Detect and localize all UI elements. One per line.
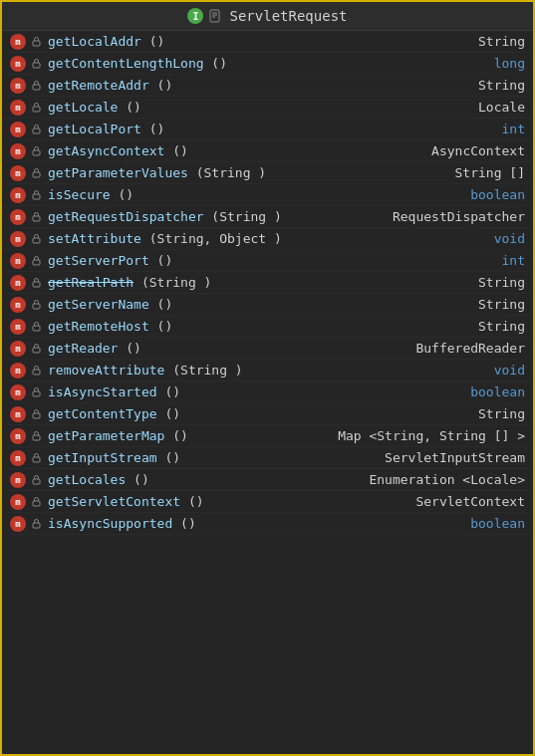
svg-rect-12 xyxy=(33,216,40,221)
list-item[interactable]: m getLocalAddr ()String xyxy=(2,31,533,53)
return-type: String xyxy=(478,319,525,334)
method-name: getInputStream () xyxy=(48,450,385,465)
method-icon: m xyxy=(10,450,26,466)
return-type: ServletContext xyxy=(415,494,525,509)
lock-icon xyxy=(30,386,42,398)
method-name: getLocales () xyxy=(48,472,369,487)
return-type: String xyxy=(478,275,525,290)
method-name: setAttribute (String, Object ) xyxy=(48,231,494,246)
return-type: Enumeration <Locale> xyxy=(369,472,525,487)
method-icon: m xyxy=(10,406,26,422)
method-name: getAsyncContext () xyxy=(48,143,431,158)
method-name: isSecure () xyxy=(48,187,470,202)
method-icon: m xyxy=(10,297,26,313)
lock-icon xyxy=(30,124,42,135)
return-type: String xyxy=(478,297,525,312)
method-name: getLocale () xyxy=(48,100,478,115)
return-type: int xyxy=(502,122,525,136)
svg-rect-14 xyxy=(33,260,40,265)
header: I ServletRequest xyxy=(2,2,533,31)
method-name: isAsyncStarted () xyxy=(48,384,470,399)
lock-icon xyxy=(30,145,42,157)
method-name: getRemoteHost () xyxy=(48,319,478,334)
return-type: Map <String, String [] > xyxy=(338,428,525,443)
list-item[interactable]: m getLocales ()Enumeration <Locale> xyxy=(2,469,533,491)
return-type: String [] xyxy=(455,165,525,180)
list-item[interactable]: m isSecure ()boolean xyxy=(2,184,533,206)
lock-icon xyxy=(30,36,42,48)
return-type: boolean xyxy=(470,516,525,531)
svg-rect-21 xyxy=(33,413,40,418)
svg-rect-18 xyxy=(33,348,40,353)
svg-rect-0 xyxy=(210,10,219,22)
list-item[interactable]: m getContentLengthLong ()long xyxy=(2,53,533,75)
lock-icon xyxy=(30,58,42,70)
list-item[interactable]: m getServerName ()String xyxy=(2,294,533,316)
list-item[interactable]: m getRemoteHost ()String xyxy=(2,316,533,338)
list-item[interactable]: m getRealPath (String )String xyxy=(2,272,533,294)
return-type: void xyxy=(494,363,525,378)
lock-icon xyxy=(30,343,42,355)
method-name: getParameterValues (String ) xyxy=(48,165,455,180)
lock-icon xyxy=(30,430,42,442)
lock-icon xyxy=(30,277,42,289)
lock-icon xyxy=(30,408,42,420)
method-name: getRealPath (String ) xyxy=(48,275,478,290)
list-item[interactable]: m getInputStream ()ServletInputStream xyxy=(2,447,533,469)
svg-rect-16 xyxy=(33,304,40,309)
list-item[interactable]: m isAsyncStarted ()boolean xyxy=(2,381,533,403)
interface-icon: I xyxy=(187,8,203,24)
method-icon: m xyxy=(10,253,26,269)
return-type: Locale xyxy=(478,100,525,115)
list-item[interactable]: m getParameterValues (String )String [] xyxy=(2,162,533,184)
list-item[interactable]: m setAttribute (String, Object )void xyxy=(2,228,533,250)
svg-rect-6 xyxy=(33,85,40,90)
lock-icon xyxy=(30,189,42,201)
return-type: AsyncContext xyxy=(431,143,525,158)
svg-rect-4 xyxy=(33,41,40,46)
return-type: boolean xyxy=(470,384,525,399)
lock-icon xyxy=(30,321,42,333)
method-name: removeAttribute (String ) xyxy=(48,363,494,378)
return-type: ServletInputStream xyxy=(385,450,525,465)
svg-rect-23 xyxy=(33,457,40,462)
list-item[interactable]: m getRemoteAddr ()String xyxy=(2,75,533,97)
list-item[interactable]: m getParameterMap ()Map <String, String … xyxy=(2,425,533,447)
method-icon: m xyxy=(10,187,26,203)
svg-rect-19 xyxy=(33,370,40,375)
list-item[interactable]: m getServletContext ()ServletContext xyxy=(2,491,533,513)
list-item[interactable]: m getAsyncContext ()AsyncContext xyxy=(2,140,533,162)
return-type: int xyxy=(502,253,525,268)
list-item[interactable]: m getLocale ()Locale xyxy=(2,97,533,119)
method-icon: m xyxy=(10,319,26,335)
return-type: void xyxy=(494,231,525,246)
list-item[interactable]: m removeAttribute (String )void xyxy=(2,360,533,381)
lock-icon xyxy=(30,299,42,311)
method-icon: m xyxy=(10,516,26,532)
svg-rect-25 xyxy=(33,501,40,506)
method-icon: m xyxy=(10,143,26,159)
method-icon: m xyxy=(10,275,26,291)
list-item[interactable]: m getServerPort ()int xyxy=(2,250,533,272)
list-item[interactable]: m getRequestDispatcher (String )RequestD… xyxy=(2,206,533,228)
method-icon: m xyxy=(10,209,26,225)
method-icon: m xyxy=(10,78,26,94)
lock-icon xyxy=(30,211,42,223)
return-type: boolean xyxy=(470,187,525,202)
file-icon xyxy=(209,9,223,23)
svg-rect-5 xyxy=(33,63,40,68)
method-icon: m xyxy=(10,122,26,137)
method-name: getReader () xyxy=(48,341,415,356)
list-item[interactable]: m isAsyncSupported ()boolean xyxy=(2,513,533,535)
method-name: getServletContext () xyxy=(48,494,415,509)
list-item[interactable]: m getLocalPort ()int xyxy=(2,119,533,140)
main-container: I ServletRequest m getLocalAddr ()String… xyxy=(0,0,535,756)
method-name: getRequestDispatcher (String ) xyxy=(48,209,393,224)
method-icon: m xyxy=(10,341,26,357)
svg-rect-24 xyxy=(33,479,40,484)
lock-icon xyxy=(30,365,42,377)
class-title: ServletRequest xyxy=(229,8,347,24)
method-name: getServerName () xyxy=(48,297,478,312)
list-item[interactable]: m getReader ()BufferedReader xyxy=(2,338,533,360)
list-item[interactable]: m getContentType ()String xyxy=(2,403,533,425)
